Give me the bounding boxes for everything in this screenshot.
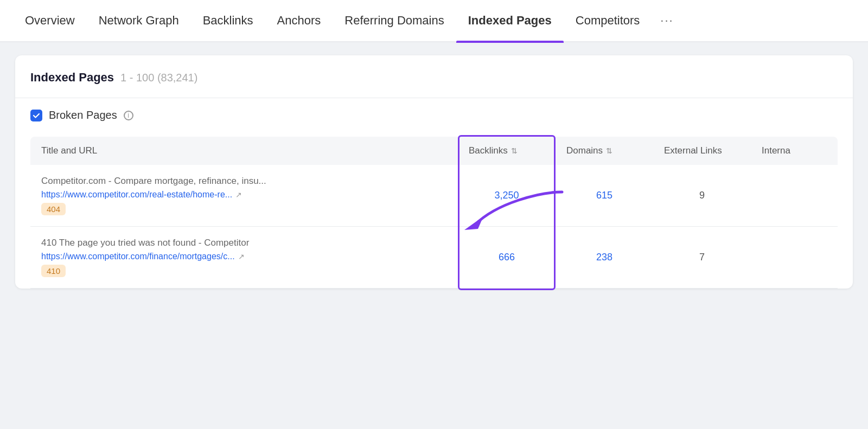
col-header-internal: Interna bbox=[751, 137, 838, 165]
page-url-2[interactable]: https://www.competitor.com/finance/mortg… bbox=[41, 252, 447, 261]
cell-internal-1 bbox=[751, 165, 838, 226]
external-link-icon-2: ↗ bbox=[238, 252, 245, 261]
nav-more-menu[interactable]: ··· bbox=[652, 14, 682, 28]
table-body: Competitor.com - Compare mortgage, refin… bbox=[30, 165, 838, 289]
main-content: Indexed Pages 1 - 100 (83,241) Broken Pa… bbox=[0, 42, 868, 302]
card-header: Indexed Pages 1 - 100 (83,241) bbox=[30, 71, 838, 85]
card-subtitle: 1 - 100 (83,241) bbox=[120, 72, 197, 84]
cell-title-url-1: Competitor.com - Compare mortgage, refin… bbox=[30, 165, 458, 226]
col-header-external-links[interactable]: External Links bbox=[653, 137, 751, 165]
cell-title-url-2: 410 The page you tried was not found - C… bbox=[30, 227, 458, 288]
nav-overview[interactable]: Overview bbox=[13, 0, 87, 42]
cell-domains-1[interactable]: 615 bbox=[556, 165, 653, 226]
cell-external-links-2: 7 bbox=[653, 227, 751, 288]
indexed-pages-card: Indexed Pages 1 - 100 (83,241) Broken Pa… bbox=[15, 55, 853, 289]
external-link-icon-1: ↗ bbox=[235, 190, 242, 199]
table-row: 410 The page you tried was not found - C… bbox=[30, 227, 838, 289]
nav-backlinks[interactable]: Backlinks bbox=[191, 0, 265, 42]
status-badge-2: 410 bbox=[41, 265, 66, 277]
cell-backlinks-2[interactable]: 666 bbox=[458, 227, 556, 288]
col-header-backlinks[interactable]: Backlinks ⇅ bbox=[458, 137, 556, 165]
backlinks-sort-icon: ⇅ bbox=[511, 146, 518, 155]
nav-anchors[interactable]: Anchors bbox=[265, 0, 333, 42]
table-header: Title and URL Backlinks ⇅ Domains ⇅ Exte… bbox=[30, 137, 838, 165]
page-title-1: Competitor.com - Compare mortgage, refin… bbox=[41, 176, 447, 187]
indexed-pages-table: Title and URL Backlinks ⇅ Domains ⇅ Exte… bbox=[30, 137, 838, 289]
nav-indexed-pages[interactable]: Indexed Pages bbox=[456, 0, 564, 42]
status-badge-1: 404 bbox=[41, 203, 66, 215]
page-url-1[interactable]: https://www.competitor.com/real-estate/h… bbox=[41, 190, 447, 200]
broken-pages-filter: Broken Pages i bbox=[30, 109, 838, 121]
cell-domains-2[interactable]: 238 bbox=[556, 227, 653, 288]
table-row: Competitor.com - Compare mortgage, refin… bbox=[30, 165, 838, 227]
cell-external-links-1: 9 bbox=[653, 165, 751, 226]
navigation-bar: Overview Network Graph Backlinks Anchors… bbox=[0, 0, 868, 42]
broken-pages-checkbox[interactable] bbox=[30, 110, 42, 121]
col-header-title-url: Title and URL bbox=[30, 137, 458, 165]
cell-internal-2 bbox=[751, 227, 838, 288]
cell-backlinks-1[interactable]: 3,250 bbox=[458, 165, 556, 226]
nav-competitors[interactable]: Competitors bbox=[564, 0, 652, 42]
broken-pages-label: Broken Pages bbox=[49, 109, 117, 121]
nav-network-graph[interactable]: Network Graph bbox=[87, 0, 191, 42]
domains-sort-icon: ⇅ bbox=[606, 146, 612, 155]
info-icon[interactable]: i bbox=[124, 111, 133, 120]
col-header-domains[interactable]: Domains ⇅ bbox=[556, 137, 653, 165]
page-title-2: 410 The page you tried was not found - C… bbox=[41, 238, 447, 248]
nav-referring-domains[interactable]: Referring Domains bbox=[333, 0, 456, 42]
card-title: Indexed Pages bbox=[30, 71, 114, 85]
header-divider bbox=[15, 98, 853, 98]
